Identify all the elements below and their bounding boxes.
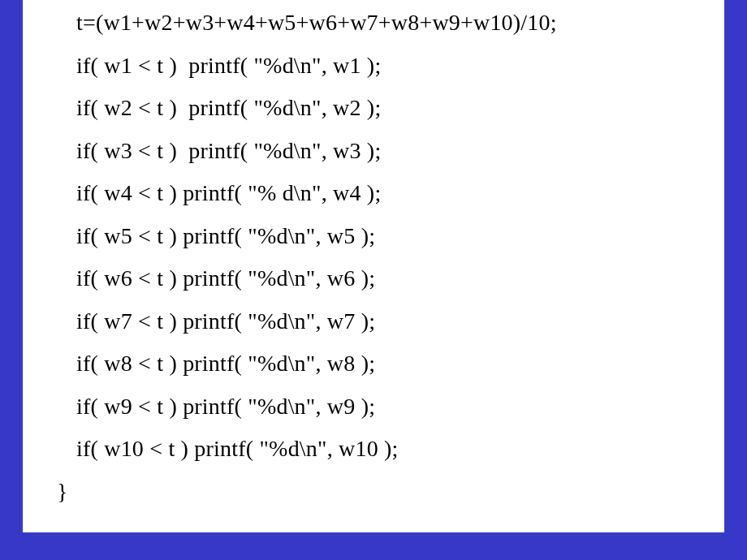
code-line: if( w5 < t ) printf( "%d\n", w5 ); <box>57 225 724 248</box>
code-line: if( w6 < t ) printf( "%d\n", w6 ); <box>57 267 724 290</box>
code-line: if( w3 < t ) printf( "%d\n", w3 ); <box>57 140 724 162</box>
code-line: if( w7 < t ) printf( "%d\n", w7 ); <box>57 310 724 333</box>
code-line: if( w9 < t ) printf( "%d\n", w9 ); <box>57 395 724 418</box>
code-line: if( w8 < t ) printf( "%d\n", w8 ); <box>57 352 724 375</box>
code-line: if( w2 < t ) printf( "%d\n", w2 ); <box>57 97 724 119</box>
code-line: if( w4 < t ) printf( "% d\n", w4 ); <box>57 182 724 205</box>
code-line-close-brace: } <box>57 480 724 503</box>
code-line: if( w10 < t ) printf( "%d\n", w10 ); <box>57 437 724 460</box>
code-line: if( w1 < t ) printf( "%d\n", w1 ); <box>57 54 724 77</box>
code-line: t=(w1+w2+w3+w4+w5+w6+w7+w8+w9+w10)/10; <box>57 11 724 34</box>
slide-content: t=(w1+w2+w3+w4+w5+w6+w7+w8+w9+w10)/10; i… <box>23 0 724 532</box>
